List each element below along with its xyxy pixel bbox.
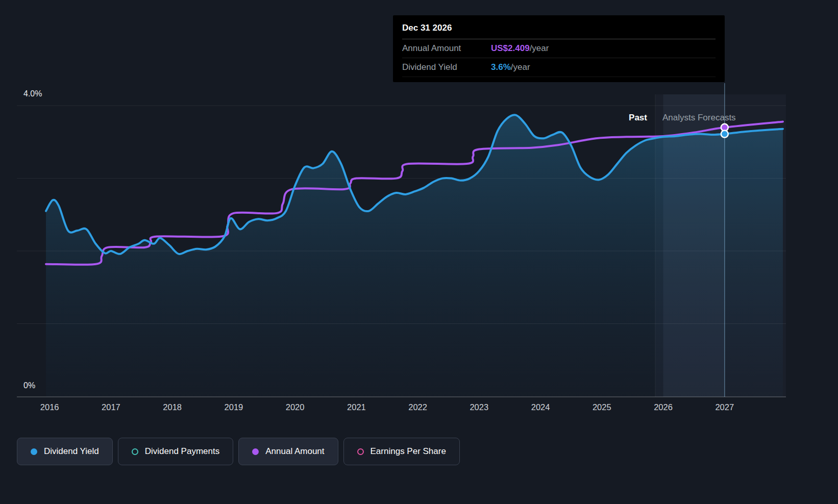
- x-axis-label-2016: 2016: [40, 402, 59, 412]
- chart-legend: Dividend YieldDividend PaymentsAnnual Am…: [17, 438, 460, 465]
- dividend-yield-dot-icon: [31, 448, 37, 455]
- marker-dividend-yield: [721, 131, 728, 138]
- y-axis-label-bottom: 0%: [23, 381, 35, 390]
- legend-earnings-per-share-label: Earnings Per Share: [371, 446, 446, 457]
- dividend-yield-label: Dividend Yield: [402, 62, 491, 72]
- legend-dividend-yield-label: Dividend Yield: [44, 446, 99, 457]
- tooltip-row-dividend-yield: Dividend Yield 3.6%/year: [402, 58, 716, 77]
- x-axis-label-2026: 2026: [654, 402, 673, 412]
- dividend-yield-value: 3.6%: [491, 62, 511, 72]
- annual-amount-label: Annual Amount: [402, 43, 491, 54]
- analysts-forecasts-label: Analysts Forecasts: [662, 113, 736, 123]
- x-axis-label-2019: 2019: [225, 402, 243, 412]
- hover-period-band: [663, 94, 725, 397]
- annual-amount-value: US$2.409: [491, 43, 530, 53]
- x-axis-label-2023: 2023: [470, 402, 488, 412]
- x-axis-label-2021: 2021: [347, 402, 366, 412]
- dividend-payments-dot-icon: [132, 448, 138, 455]
- x-axis-label-2018: 2018: [163, 402, 182, 412]
- legend-dividend-payments-button[interactable]: Dividend Payments: [118, 438, 233, 465]
- legend-annual-amount-label: Annual Amount: [265, 446, 324, 457]
- annual-amount-unit: /year: [530, 43, 549, 53]
- x-axis-label-2027: 2027: [715, 402, 734, 412]
- x-axis: 2016201720182019202020212022202320242025…: [0, 402, 838, 415]
- annual-amount-dot-icon: [252, 448, 259, 455]
- x-axis-label-2020: 2020: [286, 402, 305, 412]
- chart-tooltip: Dec 31 2026 Annual Amount US$2.409/year …: [393, 15, 725, 82]
- annual-amount-value-group: US$2.409/year: [491, 43, 549, 54]
- y-axis-label-top: 4.0%: [23, 89, 42, 98]
- x-axis-label-2022: 2022: [408, 402, 427, 412]
- legend-dividend-payments-label: Dividend Payments: [145, 446, 219, 457]
- dividend-chart-screen: 4.0% 0% Past Analysts Forecasts 20162017…: [0, 0, 838, 504]
- dividend-yield-value-group: 3.6%/year: [491, 62, 530, 72]
- dividend-yield-unit: /year: [511, 62, 530, 72]
- legend-annual-amount-button[interactable]: Annual Amount: [238, 438, 338, 465]
- legend-dividend-yield-button[interactable]: Dividend Yield: [17, 438, 113, 465]
- earnings-per-share-dot-icon: [357, 448, 364, 455]
- past-label: Past: [592, 113, 647, 123]
- x-axis-label-2017: 2017: [102, 402, 120, 412]
- legend-earnings-per-share-button[interactable]: Earnings Per Share: [343, 438, 460, 465]
- x-axis-label-2025: 2025: [593, 402, 611, 412]
- x-axis-label-2024: 2024: [531, 402, 550, 412]
- tooltip-row-annual-amount: Annual Amount US$2.409/year: [402, 39, 716, 58]
- tooltip-date: Dec 31 2026: [402, 23, 716, 39]
